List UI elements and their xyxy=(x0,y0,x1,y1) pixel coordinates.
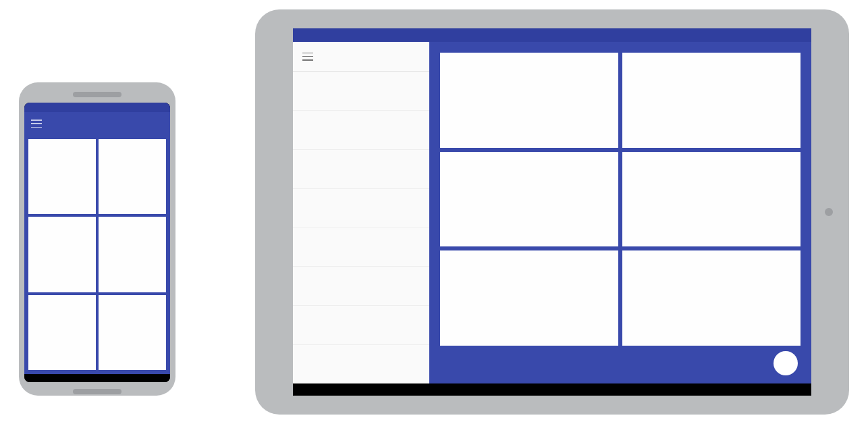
tablet-side-header xyxy=(293,42,429,72)
list-item[interactable] xyxy=(293,189,429,228)
list-item[interactable] xyxy=(293,306,429,345)
tablet-bottom-bar xyxy=(440,346,801,378)
list-item[interactable] xyxy=(293,228,429,267)
phone-home-indicator xyxy=(73,389,121,394)
tablet-screen xyxy=(293,28,811,396)
tablet-side-pane xyxy=(293,42,429,383)
list-item[interactable] xyxy=(293,267,429,306)
list-item[interactable] xyxy=(293,72,429,111)
grid-card[interactable] xyxy=(99,295,166,370)
tablet-camera xyxy=(825,208,833,216)
grid-card[interactable] xyxy=(622,53,801,148)
hamburger-menu-icon[interactable] xyxy=(302,53,313,61)
list-item[interactable] xyxy=(293,150,429,189)
list-item[interactable] xyxy=(293,111,429,150)
tablet-device-frame xyxy=(255,9,849,415)
tablet-side-list xyxy=(293,72,429,383)
grid-card[interactable] xyxy=(440,250,618,346)
grid-card[interactable] xyxy=(28,217,96,292)
tablet-nav-bar xyxy=(293,383,811,396)
phone-content-area xyxy=(24,135,170,374)
grid-card[interactable] xyxy=(440,53,618,148)
tablet-main-pane xyxy=(429,42,811,383)
phone-speaker xyxy=(73,92,121,97)
grid-card[interactable] xyxy=(99,139,166,214)
phone-app-bar xyxy=(24,112,170,135)
grid-card[interactable] xyxy=(622,250,801,346)
fab-button[interactable] xyxy=(774,351,798,375)
phone-card-grid xyxy=(28,139,166,370)
tablet-status-bar xyxy=(293,28,811,42)
tablet-body xyxy=(293,42,811,383)
phone-status-bar xyxy=(24,103,170,112)
grid-card[interactable] xyxy=(28,139,96,214)
phone-device-frame xyxy=(19,82,175,396)
hamburger-menu-icon[interactable] xyxy=(31,120,42,128)
grid-card[interactable] xyxy=(28,295,96,370)
list-item[interactable] xyxy=(293,345,429,383)
grid-card[interactable] xyxy=(440,152,618,247)
grid-card[interactable] xyxy=(99,217,166,292)
grid-card[interactable] xyxy=(622,152,801,247)
phone-screen xyxy=(24,103,170,382)
tablet-card-grid xyxy=(440,53,801,346)
phone-nav-bar xyxy=(24,374,170,382)
